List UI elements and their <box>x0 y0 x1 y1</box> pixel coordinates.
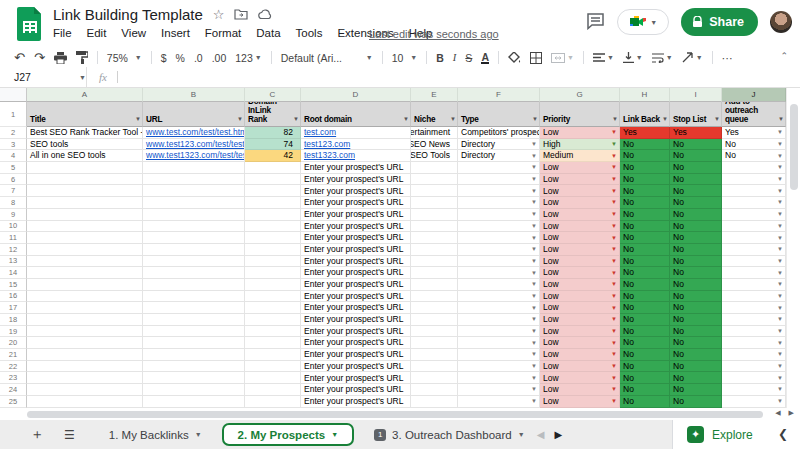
cell-B12[interactable] <box>143 244 245 256</box>
cell-C16[interactable] <box>245 291 301 303</box>
cell-H23[interactable]: No <box>620 372 670 384</box>
horizontal-scrollbar-thumb[interactable] <box>27 411 763 418</box>
strikethrough-button[interactable]: S <box>465 52 472 64</box>
cell-B10[interactable] <box>143 221 245 233</box>
cell-B25[interactable] <box>143 396 245 408</box>
sheet-tab-1[interactable]: 1. My Backlinks▼ <box>95 420 216 449</box>
dropdown-caret-icon[interactable]: ▼ <box>531 384 537 395</box>
header-cell-A1[interactable]: Title▼ <box>27 102 143 127</box>
cloud-status-icon[interactable] <box>258 9 273 20</box>
cell-J11[interactable]: ▼ <box>722 232 786 244</box>
cell-C20[interactable] <box>245 337 301 349</box>
filter-icon[interactable]: ▼ <box>612 115 618 124</box>
scroll-left-icon[interactable]: ◀ <box>775 409 780 417</box>
cell-D25[interactable]: Enter your prospect's URL <box>301 396 411 408</box>
vertical-scrollbar-thumb[interactable] <box>790 104 798 190</box>
tab-caret-icon[interactable]: ▼ <box>195 431 202 438</box>
select-all-corner[interactable] <box>0 88 27 102</box>
zoom-select[interactable]: 75% ▼ <box>107 52 142 64</box>
dropdown-caret-icon[interactable]: ▼ <box>531 361 537 372</box>
cell-E2[interactable]: Entertainment <box>411 127 458 139</box>
meet-button[interactable]: ▼ <box>617 9 669 35</box>
menu-item-data[interactable]: Data <box>256 27 280 39</box>
cell-F20[interactable]: ▼ <box>458 337 540 349</box>
cell-A5[interactable] <box>27 162 143 174</box>
cell-D11[interactable]: Enter your prospect's URL <box>301 232 411 244</box>
cell-H13[interactable]: No <box>620 256 670 268</box>
cell-D15[interactable]: Enter your prospect's URL <box>301 279 411 291</box>
filter-icon[interactable]: ▼ <box>450 115 456 124</box>
cell-D8[interactable]: Enter your prospect's URL <box>301 197 411 209</box>
cell-J16[interactable]: ▼ <box>722 291 786 303</box>
header-cell-C1[interactable]: Domain InLink Rank▼ <box>245 102 301 127</box>
row-header-5[interactable]: 5 <box>0 162 27 174</box>
dropdown-caret-icon[interactable]: ▼ <box>611 314 617 325</box>
cell-I19[interactable]: No <box>670 326 722 338</box>
dropdown-caret-icon[interactable]: ▼ <box>531 174 537 185</box>
col-header-F[interactable]: F <box>458 88 540 102</box>
comment-icon[interactable] <box>586 12 605 32</box>
col-header-D[interactable]: D <box>301 88 411 102</box>
cell-H2[interactable]: Yes <box>620 127 670 139</box>
dropdown-caret-icon[interactable]: ▼ <box>611 256 617 267</box>
cell-J19[interactable]: ▼ <box>722 326 786 338</box>
add-sheet-icon[interactable]: ＋ <box>30 426 44 444</box>
cell-E9[interactable] <box>411 209 458 221</box>
horizontal-align-icon[interactable]: ▼ <box>593 53 614 63</box>
font-size-select[interactable]: 10 ▼ <box>392 52 418 64</box>
cell-H12[interactable]: No <box>620 244 670 256</box>
row-header-13[interactable]: 13 <box>0 256 27 268</box>
cell-E19[interactable] <box>411 326 458 338</box>
cell-E7[interactable] <box>411 185 458 197</box>
cell-G22[interactable]: Low▼ <box>540 361 620 373</box>
cell-H20[interactable]: No <box>620 337 670 349</box>
cell-B4[interactable]: www.test1323.com/test/test.html <box>143 150 245 162</box>
cell-J7[interactable]: ▼ <box>722 185 786 197</box>
cell-C15[interactable] <box>245 279 301 291</box>
dropdown-caret-icon[interactable]: ▼ <box>531 279 537 290</box>
cell-D18[interactable]: Enter your prospect's URL <box>301 314 411 326</box>
vertical-align-icon[interactable]: ▼ <box>623 52 643 63</box>
cell-A24[interactable] <box>27 384 143 396</box>
dropdown-caret-icon[interactable]: ▼ <box>777 337 783 348</box>
cell-A10[interactable] <box>27 221 143 233</box>
cell-G5[interactable]: Low▼ <box>540 162 620 174</box>
cell-A22[interactable] <box>27 361 143 373</box>
cell-D22[interactable]: Enter your prospect's URL <box>301 361 411 373</box>
row-header-22[interactable]: 22 <box>0 361 27 373</box>
cell-I17[interactable]: No <box>670 302 722 314</box>
cell-G6[interactable]: Low▼ <box>540 174 620 186</box>
row-header-20[interactable]: 20 <box>0 337 27 349</box>
cell-F4[interactable]: Directory▼ <box>458 150 540 162</box>
cell-H3[interactable]: No <box>620 139 670 151</box>
menu-item-format[interactable]: Format <box>205 27 241 39</box>
dropdown-caret-icon[interactable]: ▼ <box>777 256 783 267</box>
col-header-C[interactable]: C <box>245 88 301 102</box>
cell-J6[interactable]: ▼ <box>722 174 786 186</box>
dropdown-caret-icon[interactable]: ▼ <box>531 150 537 161</box>
cell-D10[interactable]: Enter your prospect's URL <box>301 221 411 233</box>
filter-icon[interactable]: ▼ <box>403 115 409 124</box>
cell-I8[interactable]: No <box>670 197 722 209</box>
sheet-tab-3[interactable]: 13. Outreach Dashboard▼ <box>360 420 535 449</box>
more-formats-button[interactable]: 123▼ <box>235 52 261 64</box>
cell-C11[interactable] <box>245 232 301 244</box>
cell-G21[interactable]: Low▼ <box>540 349 620 361</box>
font-select[interactable]: Default (Ari...▼ <box>281 52 373 64</box>
dropdown-caret-icon[interactable]: ▼ <box>531 267 537 278</box>
dropdown-caret-icon[interactable]: ▼ <box>611 326 617 337</box>
star-icon[interactable]: ☆ <box>213 7 225 22</box>
col-header-I[interactable]: I <box>670 88 722 102</box>
cell-B23[interactable] <box>143 372 245 384</box>
cell-C23[interactable] <box>245 372 301 384</box>
cell-E16[interactable] <box>411 291 458 303</box>
header-cell-D1[interactable]: Root domain▼ <box>301 102 411 127</box>
cell-C9[interactable] <box>245 209 301 221</box>
row-header-9[interactable]: 9 <box>0 209 27 221</box>
cell-J17[interactable]: ▼ <box>722 302 786 314</box>
cell-J2[interactable]: Yes▼ <box>722 127 786 139</box>
text-color-button[interactable]: A <box>481 52 489 64</box>
cell-I7[interactable]: No <box>670 185 722 197</box>
tabs-scroll-left-icon[interactable]: ◀ <box>537 429 545 440</box>
row-header-4[interactable]: 4 <box>0 150 27 162</box>
